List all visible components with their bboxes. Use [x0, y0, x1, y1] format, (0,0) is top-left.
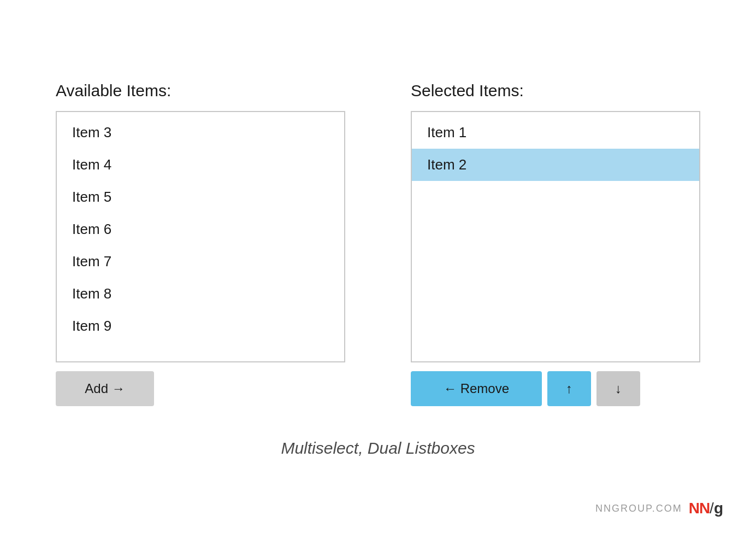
- dual-listbox-container: Available Items: Item 3Item 4Item 5Item …: [56, 81, 700, 406]
- available-listbox-inner[interactable]: Item 3Item 4Item 5Item 6Item 7Item 8Item…: [57, 112, 344, 361]
- add-button[interactable]: Add →: [56, 371, 154, 406]
- available-listbox: Item 3Item 4Item 5Item 6Item 7Item 8Item…: [56, 111, 345, 362]
- list-item[interactable]: Item 7: [57, 245, 344, 278]
- logo-g-text: g: [714, 500, 723, 517]
- list-item[interactable]: Item 1: [412, 116, 699, 149]
- selected-panel-label: Selected Items:: [411, 81, 700, 100]
- logo-slash-text: /: [710, 500, 714, 517]
- move-up-button[interactable]: ↑: [547, 371, 591, 406]
- remove-button[interactable]: ← Remove: [411, 371, 542, 406]
- logo-nn-text: NN: [689, 500, 710, 517]
- available-button-row: Add →: [56, 371, 345, 406]
- selected-panel: Selected Items: Item 1Item 2 ← Remove ↑ …: [411, 81, 700, 406]
- selected-listbox: Item 1Item 2: [411, 111, 700, 362]
- list-item[interactable]: Item 9: [57, 310, 344, 342]
- available-panel: Available Items: Item 3Item 4Item 5Item …: [56, 81, 345, 406]
- available-panel-label: Available Items:: [56, 81, 345, 100]
- selected-listbox-inner[interactable]: Item 1Item 2: [412, 112, 699, 361]
- nn-logo: NN/g: [689, 500, 723, 517]
- move-down-button[interactable]: ↓: [596, 371, 640, 406]
- footer-logo: NNGROUP.COM NN/g: [595, 500, 723, 517]
- list-item[interactable]: Item 2: [412, 149, 699, 181]
- list-item[interactable]: Item 5: [57, 181, 344, 213]
- selected-button-row: ← Remove ↑ ↓: [411, 371, 700, 406]
- list-item[interactable]: Item 8: [57, 278, 344, 310]
- list-item[interactable]: Item 3: [57, 116, 344, 149]
- site-name: NNGROUP.COM: [595, 503, 682, 514]
- list-item[interactable]: Item 6: [57, 213, 344, 245]
- list-item[interactable]: Item 4: [57, 149, 344, 181]
- page-caption: Multiselect, Dual Listboxes: [281, 439, 475, 458]
